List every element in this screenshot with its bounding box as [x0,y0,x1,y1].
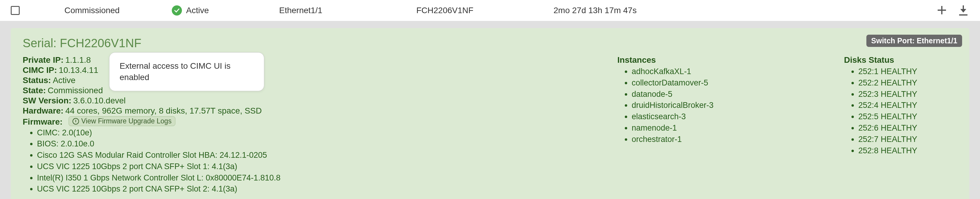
title-serial: FCH2206V1NF [60,37,142,50]
disk-item: 252:1 HEALTHY [858,66,957,77]
disk-item: 252:7 HEALTHY [858,134,957,145]
instance-item: namenode-1 [632,122,832,134]
header-actions [937,5,968,16]
col-uptime: 2mo 27d 13h 17m 47s [554,6,679,15]
sw-version-label: SW Version: [23,96,71,105]
instance-item: datanode-5 [632,89,832,100]
instance-item: adhocKafkaXL-1 [632,66,832,77]
private-ip-value: 1.1.1.8 [65,55,91,64]
row-checkbox[interactable] [11,6,20,15]
instance-item: elasticsearch-3 [632,111,832,122]
left-column: External access to CIMC UI is enabled Pr… [23,55,605,195]
instances-column: Instances adhocKafkaXL-1collectorDatamov… [617,55,832,195]
col-commission: Commissioned [64,6,172,15]
panel-title: Serial: FCH2206V1NF [23,37,957,50]
firmware-label: Firmware: [23,117,63,127]
disk-item: 252:4 HEALTHY [858,100,957,111]
disk-item: 252:5 HEALTHY [858,111,957,122]
firmware-item: UCS VIC 1225 10Gbps 2 port CNA SFP+ Slot… [37,161,605,172]
sw-version-value: 3.6.0.10.devel [73,96,126,105]
firmware-item: UCS VIC 1225 10Gbps 2 port CNA SFP+ Slot… [37,183,605,195]
firmware-item: BIOS: 2.0.10e.0 [37,138,605,150]
view-firmware-logs-button[interactable]: View Firmware Upgrade Logs [68,116,176,126]
table-header-row: Commissioned Active Ethernet1/1 FCH2206V… [0,0,980,21]
plus-icon[interactable] [937,5,947,15]
switch-port-badge: Switch Port: Ethernet1/1 [866,35,962,47]
disk-item: 252:6 HEALTHY [858,122,957,134]
disks-list: 252:1 HEALTHY252:2 HEALTHY252:3 HEALTHY2… [858,66,957,156]
cimc-tooltip: External access to CIMC UI is enabled [109,52,264,91]
firmware-item: Cisco 12G SAS Modular Raid Controller Sl… [37,150,605,161]
status-text: Active [186,6,209,15]
hardware-value: 44 cores, 962G memory, 8 disks, 17.57T s… [65,106,262,116]
firmware-item: Intel(R) I350 1 Gbps Network Controller … [37,172,605,184]
history-icon [72,118,79,125]
status-value: Active [53,75,75,85]
firmware-logs-label: View Firmware Upgrade Logs [81,117,172,125]
title-prefix: Serial: [23,37,60,50]
instances-list: adhocKafkaXL-1collectorDatamover-5datano… [632,66,832,145]
disk-item: 252:8 HEALTHY [858,145,957,157]
disk-item: 252:3 HEALTHY [858,89,957,100]
cimc-ip-label: CIMC IP: [23,66,57,75]
download-icon[interactable] [959,5,968,16]
instance-item: druidHistoricalBroker-3 [632,100,832,111]
firmware-list: CIMC: 2.0(10e)BIOS: 2.0.10e.0Cisco 12G S… [37,127,605,195]
disks-heading: Disks Status [844,55,957,65]
state-label: State: [23,86,46,95]
col-ethernet: Ethernet1/1 [279,6,416,15]
check-icon [172,5,182,16]
private-ip-label: Private IP: [23,55,64,64]
disk-item: 252:2 HEALTHY [858,77,957,89]
instance-item: orchestrator-1 [632,134,832,145]
disks-column: Disks Status 252:1 HEALTHY252:2 HEALTHY2… [844,55,957,195]
status-label: Status: [23,75,51,85]
instances-heading: Instances [617,55,832,65]
state-value: Commissioned [48,86,103,95]
col-serial: FCH2206V1NF [416,6,554,15]
col-status: Active [172,5,279,16]
firmware-item: CIMC: 2.0(10e) [37,127,605,139]
detail-panel: Switch Port: Ethernet1/1 Serial: FCH2206… [11,28,969,199]
cimc-ip-value[interactable]: 10.13.4.11 [59,66,98,75]
instance-item: collectorDatamover-5 [632,77,832,89]
hardware-label: Hardware: [23,106,64,116]
